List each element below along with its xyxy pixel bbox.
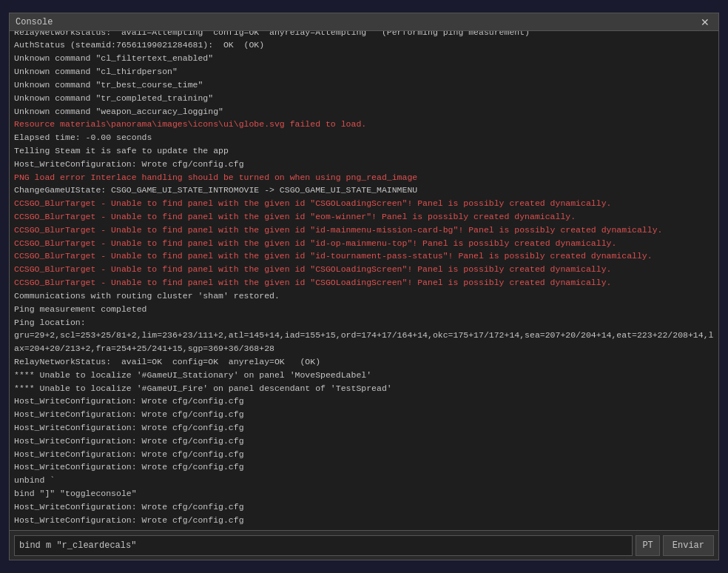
console-line: Host_WriteConfiguration: Wrote cfg/confi… bbox=[14, 514, 714, 527]
console-line: CCSGO_BlurTarget - Unable to find panel … bbox=[14, 263, 714, 276]
console-window: Console ✕ Got SDR network config. Loaded… bbox=[9, 13, 719, 560]
console-line: Host_WriteConfiguration: Wrote cfg/confi… bbox=[14, 500, 714, 514]
console-line: CCSGO_BlurTarget - Unable to find panel … bbox=[14, 197, 714, 210]
console-line: Elapsed time: -0.00 seconds bbox=[14, 131, 714, 144]
input-bar: PT Enviar bbox=[10, 530, 718, 560]
console-line: CCSGO_BlurTarget - Unable to find panel … bbox=[14, 237, 714, 250]
console-line: Ping location: bbox=[14, 316, 714, 329]
console-line: Resource materials\panorama\images\icons… bbox=[14, 118, 714, 131]
console-line: CCSGO_BlurTarget - Unable to find panel … bbox=[14, 210, 714, 224]
close-button[interactable]: ✕ bbox=[698, 15, 712, 30]
console-line: CCSGO_BlurTarget - Unable to find panel … bbox=[14, 224, 714, 237]
title-bar: Console ✕ bbox=[10, 13, 718, 31]
console-line: AuthStatus (steamid:76561199021284681): … bbox=[14, 38, 714, 52]
console-line: Communications with routing cluster 'sha… bbox=[14, 289, 714, 303]
lang-button[interactable]: PT bbox=[636, 535, 659, 556]
console-line: Host_WriteConfiguration: Wrote cfg/confi… bbox=[14, 448, 714, 461]
submit-button[interactable]: Enviar bbox=[663, 535, 714, 556]
console-line: **** Unable to localize '#GameUI_Fire' o… bbox=[14, 382, 714, 395]
console-line: Unknown command "tr_best_course_time" bbox=[14, 78, 714, 92]
console-line: Unknown command "tr_completed_training" bbox=[14, 92, 714, 105]
console-line: Telling Steam it is safe to update the a… bbox=[14, 144, 714, 158]
console-line: RelayNetworkStatus: avail=Attempting con… bbox=[14, 31, 714, 38]
console-line: RelayNetworkStatus: avail=OK config=OK a… bbox=[14, 355, 714, 369]
console-line: Unknown command "weapon_accuracy_logging… bbox=[14, 105, 714, 118]
console-input[interactable] bbox=[14, 535, 633, 556]
console-line: PNG load error Interlace handling should… bbox=[14, 171, 714, 184]
console-line: bind "]" "toggleconsole" bbox=[14, 487, 714, 500]
console-line: unbind ` bbox=[14, 474, 714, 487]
console-line: Ping measurement completed bbox=[14, 303, 714, 316]
console-line: Host_WriteConfiguration: Wrote cfg/confi… bbox=[14, 421, 714, 435]
console-line: Unknown command "cl_thirdperson" bbox=[14, 65, 714, 78]
console-line: gru=29+2,scl=253+25/81+2,lim=236+23/111+… bbox=[14, 329, 714, 355]
console-output[interactable]: Got SDR network config. Loaded revision … bbox=[10, 31, 718, 530]
console-line: Host_WriteConfiguration: Wrote cfg/confi… bbox=[14, 435, 714, 448]
console-line: Unknown command "cl_filtertext_enabled" bbox=[14, 52, 714, 65]
console-line: CCSGO_BlurTarget - Unable to find panel … bbox=[14, 249, 714, 263]
console-line: Host_WriteConfiguration: Wrote cfg/confi… bbox=[14, 395, 714, 408]
console-line: **** Unable to localize '#GameUI_Station… bbox=[14, 369, 714, 382]
window-title: Console bbox=[16, 17, 53, 27]
console-line: Host_WriteConfiguration: Wrote cfg/confi… bbox=[14, 408, 714, 421]
console-line: ChangeGameUIState: CSGO_GAME_UI_STATE_IN… bbox=[14, 184, 714, 197]
console-line: CCSGO_BlurTarget - Unable to find panel … bbox=[14, 276, 714, 289]
console-line: Host_WriteConfiguration: Wrote cfg/confi… bbox=[14, 158, 714, 171]
console-line: Host_WriteConfiguration: Wrote cfg/confi… bbox=[14, 460, 714, 474]
